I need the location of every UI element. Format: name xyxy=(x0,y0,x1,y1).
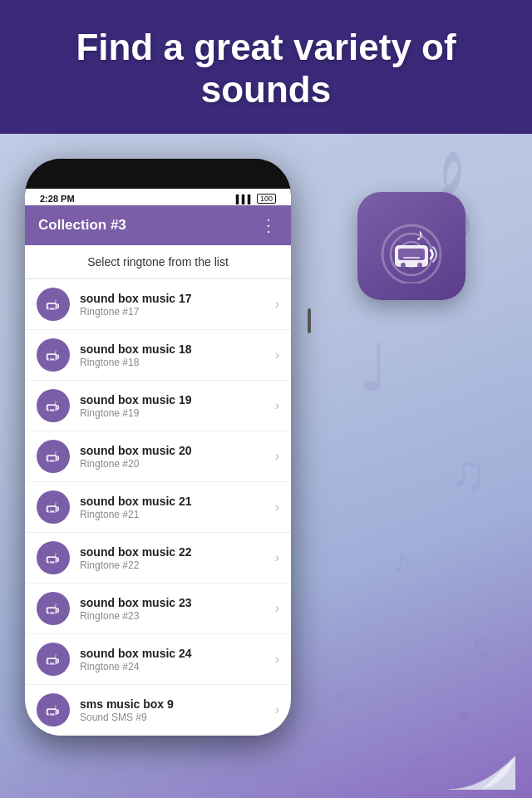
ringtone-icon-2: ♪ xyxy=(37,389,70,422)
ringtone-arrow-4: › xyxy=(275,500,279,515)
app-icon: ♪ xyxy=(357,192,466,300)
ringtone-arrow-8: › xyxy=(275,702,279,717)
ringtone-info-2: sound box music 19 Ringtone #19 xyxy=(80,393,275,419)
svg-rect-19 xyxy=(48,406,56,410)
svg-rect-9 xyxy=(48,304,56,308)
ringtone-name-3: sound box music 20 xyxy=(80,444,275,457)
ringtone-info-0: sound box music 17 Ringtone #17 xyxy=(80,292,275,318)
phone-notch xyxy=(112,159,204,177)
ringtone-sub-4: Ringtone #21 xyxy=(80,509,275,520)
ringtone-item[interactable]: ♪ sound box music 17 Ringtone #17 › xyxy=(25,279,291,330)
svg-point-40 xyxy=(49,613,51,614)
ringtone-info-6: sound box music 23 Ringtone #23 xyxy=(80,596,275,622)
status-bar: 2:28 PM ▌▌▌ 100 xyxy=(25,189,291,205)
ringtone-sub-7: Ringtone #24 xyxy=(80,661,275,672)
ringtone-icon-1: ♪ xyxy=(37,338,70,372)
svg-point-46 xyxy=(54,663,56,665)
ringtone-sub-1: Ringtone #18 xyxy=(80,357,275,368)
ringtone-arrow-2: › xyxy=(275,398,279,413)
svg-rect-44 xyxy=(48,659,56,663)
ringtone-name-8: sms music box 9 xyxy=(80,697,275,711)
ringtone-name-0: sound box music 17 xyxy=(80,292,275,305)
svg-point-59 xyxy=(417,263,422,268)
svg-text:♪: ♪ xyxy=(54,398,57,406)
svg-point-36 xyxy=(54,562,56,564)
svg-point-35 xyxy=(49,562,51,564)
svg-point-20 xyxy=(49,410,51,411)
ringtone-info-3: sound box music 20 Ringtone #20 xyxy=(80,444,275,470)
ringtone-sub-8: Sound SMS #9 xyxy=(80,712,275,723)
app-bar: Collection #3 ⋮ xyxy=(25,205,291,245)
app-bar-title: Collection #3 xyxy=(38,217,126,234)
svg-point-58 xyxy=(401,263,406,268)
svg-text:♪: ♪ xyxy=(416,225,424,244)
ringtone-sub-5: Ringtone #22 xyxy=(80,559,275,571)
svg-text:♪: ♪ xyxy=(54,449,57,456)
ringtone-sub-6: Ringtone #23 xyxy=(80,610,275,622)
list-header: Select ringtone from the list xyxy=(25,245,291,279)
ringtone-arrow-7: › xyxy=(275,652,279,667)
ringtone-icon-0: ♪ xyxy=(37,288,70,321)
svg-point-51 xyxy=(54,714,56,716)
svg-point-11 xyxy=(54,308,56,310)
ringtone-name-7: sound box music 24 xyxy=(80,647,275,660)
phone-mockup: 2:28 PM ▌▌▌ 100 Collection #3 ⋮ Select r… xyxy=(25,159,308,736)
ringtone-icon-6: ♪ xyxy=(37,592,70,625)
ringtone-icon-8: ♪ xyxy=(37,693,70,727)
svg-point-10 xyxy=(49,308,51,310)
svg-rect-49 xyxy=(48,710,56,714)
ringtone-sub-2: Ringtone #19 xyxy=(80,407,275,419)
ringtone-arrow-6: › xyxy=(275,601,279,616)
ringtone-name-5: sound box music 22 xyxy=(80,545,275,559)
svg-point-45 xyxy=(49,663,51,665)
ringtone-item[interactable]: ♪ sound box music 24 Ringtone #24 › xyxy=(25,634,291,685)
svg-point-15 xyxy=(49,359,51,361)
volume-button xyxy=(308,308,311,333)
ringtone-icon-3: ♪ xyxy=(37,440,70,473)
svg-text:♪: ♪ xyxy=(54,550,57,558)
svg-text:♪: ♪ xyxy=(54,702,57,710)
ringtone-item[interactable]: ♪ sound box music 19 Ringtone #19 › xyxy=(25,381,291,431)
ringtone-arrow-5: › xyxy=(275,550,279,565)
svg-point-50 xyxy=(49,714,51,716)
status-time: 2:28 PM xyxy=(40,194,75,204)
ringtone-item[interactable]: ♪ sound box music 23 Ringtone #23 › xyxy=(25,584,291,634)
phone-body: 2:28 PM ▌▌▌ 100 Collection #3 ⋮ Select r… xyxy=(25,159,291,736)
svg-rect-34 xyxy=(48,558,56,562)
ringtone-info-4: sound box music 21 Ringtone #21 xyxy=(80,495,275,520)
ringtone-item[interactable]: ♪ sound box music 20 Ringtone #20 › xyxy=(25,431,291,482)
screen: Select ringtone from the list ♪ sound bo… xyxy=(25,245,291,736)
svg-text:♪: ♪ xyxy=(54,500,57,507)
phone-top xyxy=(25,159,291,189)
ringtone-sub-3: Ringtone #20 xyxy=(80,458,275,470)
ringtone-icon-5: ♪ xyxy=(37,541,70,574)
svg-point-31 xyxy=(54,511,56,513)
status-icons: ▌▌▌ 100 xyxy=(236,194,276,204)
svg-point-41 xyxy=(54,613,56,614)
ringtone-item[interactable]: ♪ sound box music 18 Ringtone #18 › xyxy=(25,330,291,381)
svg-rect-39 xyxy=(48,608,56,613)
ringtone-item[interactable]: ♪ sound box music 22 Ringtone #22 › xyxy=(25,533,291,584)
svg-point-26 xyxy=(54,461,56,462)
svg-rect-60 xyxy=(403,257,420,259)
ringtone-list: ♪ sound box music 17 Ringtone #17 › ♪ so… xyxy=(25,279,291,736)
ringtone-info-1: sound box music 18 Ringtone #18 xyxy=(80,342,275,368)
ringtone-name-4: sound box music 21 xyxy=(80,495,275,508)
ringtone-icon-4: ♪ xyxy=(37,490,70,524)
ringtone-item[interactable]: ♪ sound box music 21 Ringtone #21 › xyxy=(25,482,291,533)
svg-point-16 xyxy=(54,359,56,361)
svg-point-21 xyxy=(54,410,56,411)
menu-icon[interactable]: ⋮ xyxy=(260,215,278,235)
svg-text:♪: ♪ xyxy=(54,297,57,304)
battery-icon: 100 xyxy=(257,194,276,204)
main-content: 2:28 PM ▌▌▌ 100 Collection #3 ⋮ Select r… xyxy=(0,134,532,744)
ringtone-info-8: sms music box 9 Sound SMS #9 xyxy=(80,697,275,723)
svg-point-25 xyxy=(49,461,51,462)
ringtone-item[interactable]: ♪ sms music box 9 Sound SMS #9 › xyxy=(25,685,291,736)
ringtone-info-7: sound box music 24 Ringtone #24 xyxy=(80,647,275,672)
ringtone-name-1: sound box music 18 xyxy=(80,342,275,356)
ringtone-arrow-1: › xyxy=(275,347,279,362)
ringtone-arrow-3: › xyxy=(275,449,279,464)
svg-text:♪: ♪ xyxy=(54,652,57,659)
ringtone-name-6: sound box music 23 xyxy=(80,596,275,609)
